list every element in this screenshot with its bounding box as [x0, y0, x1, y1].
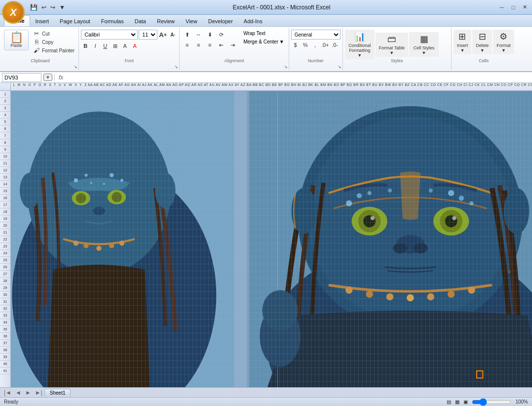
conditional-formatting-label: ConditionalFormatting — [348, 43, 371, 53]
indent-increase-btn[interactable]: ⇥ — [227, 40, 238, 50]
avatar-artwork — [11, 91, 532, 387]
align-top-btn[interactable]: ⬆ — [182, 30, 192, 40]
conditional-formatting-btn[interactable]: 📊 ConditionalFormatting ▼ — [345, 30, 375, 59]
cut-button[interactable]: ✂ Cut — [31, 30, 76, 38]
row-11: 11 — [0, 160, 10, 167]
increase-decimal-btn[interactable]: .0+ — [321, 41, 330, 49]
delete-btn[interactable]: ⊟ Delete ▼ — [472, 30, 492, 54]
tab-view[interactable]: View — [180, 15, 203, 26]
align-center-btn[interactable]: ≡ — [193, 40, 204, 50]
underline-btn[interactable]: U — [101, 41, 110, 50]
row-37: 37 — [0, 340, 10, 347]
format-painter-button[interactable]: 🖌 Format Painter — [31, 46, 76, 54]
sheet-nav-first[interactable]: |◄ — [2, 388, 13, 397]
sheet-content[interactable] — [11, 91, 532, 387]
name-box-expand[interactable]: ▼ — [43, 74, 52, 81]
minimize-btn[interactable]: ─ — [496, 3, 507, 12]
accounting-btn[interactable]: $ — [291, 41, 300, 49]
row-15: 15 — [0, 188, 10, 195]
row-9: 9 — [0, 146, 10, 153]
row-14: 14 — [0, 181, 10, 188]
row-35: 35 — [0, 326, 10, 333]
number-expand-btn[interactable]: ↘ — [338, 64, 342, 69]
name-box[interactable] — [2, 73, 41, 82]
undo-btn[interactable]: ↩ — [40, 3, 48, 12]
tab-formulas[interactable]: Formulas — [96, 15, 129, 26]
tab-data[interactable]: Data — [129, 15, 152, 26]
font-color-btn[interactable]: A — [130, 41, 139, 50]
tab-page-layout[interactable]: Page Layout — [54, 15, 96, 26]
row-40: 40 — [0, 361, 10, 367]
format-table-label: Format Table — [379, 45, 405, 50]
number-label: Number — [289, 58, 342, 63]
quick-access-expand[interactable]: ▼ — [58, 3, 67, 12]
format-table-dropdown: ▼ — [389, 50, 394, 55]
font-expand-btn[interactable]: ↘ — [174, 64, 178, 69]
sheet-nav-next[interactable]: ► — [23, 388, 33, 397]
clipboard-label: Clipboard — [2, 58, 78, 63]
status-view-normal[interactable]: ▤ — [447, 399, 451, 405]
status-view-layout[interactable]: ▦ — [455, 399, 459, 405]
wrap-text-btn[interactable]: Wrap Text — [241, 30, 287, 37]
formula-input[interactable] — [67, 73, 530, 82]
office-button[interactable]: X — [2, 1, 25, 24]
styles-label: Styles — [343, 58, 451, 63]
close-btn[interactable]: ✕ — [519, 3, 530, 12]
row-22: 22 — [0, 236, 10, 243]
delete-icon: ⊟ — [479, 31, 486, 42]
sheet-nav-prev[interactable]: ◄ — [13, 388, 23, 397]
save-quick-btn[interactable]: 💾 — [29, 3, 39, 12]
align-left-btn[interactable]: ≡ — [182, 40, 192, 50]
percent-btn[interactable]: % — [301, 41, 310, 49]
zoom-slider[interactable] — [472, 400, 511, 404]
row-34: 34 — [0, 319, 10, 326]
tab-review[interactable]: Review — [152, 15, 180, 26]
font-content: Calibri 11 A+ A- B I U ⊞ A A — [81, 29, 177, 50]
row-39: 39 — [0, 354, 10, 361]
format-btn[interactable]: ⚙ Format ▼ — [493, 30, 514, 54]
copy-button[interactable]: ⎘ Copy — [31, 38, 76, 46]
insert-btn[interactable]: ⊞ Insert ▼ — [454, 30, 472, 54]
orientation-btn[interactable]: ⟳ — [216, 30, 227, 40]
align-right-btn[interactable]: ≡ — [204, 40, 215, 50]
wrap-merge-area: Wrap Text Merge & Center ▼ — [241, 30, 287, 50]
tab-addins[interactable]: Add-Ins — [238, 15, 268, 26]
row-8: 8 — [0, 139, 10, 146]
font-row2: B I U ⊞ A A — [81, 41, 177, 50]
merge-center-btn[interactable]: Merge & Center ▼ — [241, 38, 287, 45]
maximize-btn[interactable]: □ — [508, 3, 519, 12]
copy-label: Copy — [42, 40, 53, 45]
format-table-btn[interactable]: 🗃 Format Table ▼ — [376, 33, 408, 57]
italic-btn[interactable]: I — [91, 41, 100, 50]
sheet-nav-last[interactable]: ►| — [33, 388, 44, 397]
alignment-expand-btn[interactable]: ↘ — [284, 64, 288, 69]
bold-btn[interactable]: B — [81, 41, 90, 50]
status-right: ▤ ▦ ▣ 100% — [447, 399, 528, 405]
indent-decrease-btn[interactable]: ⇤ — [216, 40, 227, 50]
number-format-select[interactable]: General — [291, 30, 341, 40]
font-size-select[interactable]: 11 — [139, 30, 157, 40]
align-bottom-btn[interactable]: ⬇ — [204, 30, 215, 40]
decrease-font-btn[interactable]: A- — [168, 30, 177, 39]
increase-font-btn[interactable]: A+ — [158, 30, 167, 39]
font-name-select[interactable]: Calibri — [81, 30, 138, 40]
clipboard-small-btns: ✂ Cut ⎘ Copy 🖌 Format Painter — [31, 30, 76, 54]
border-btn[interactable]: ⊞ — [111, 41, 119, 50]
row-6: 6 — [0, 125, 10, 132]
office-logo: X — [10, 7, 16, 18]
comma-btn[interactable]: , — [311, 41, 320, 49]
status-view-page[interactable]: ▣ — [463, 399, 468, 405]
tab-developer[interactable]: Developer — [203, 15, 238, 26]
tab-insert[interactable]: Insert — [30, 15, 55, 26]
paste-button[interactable]: 📋 Paste — [4, 30, 29, 50]
fill-color-btn[interactable]: A — [120, 41, 129, 50]
decrease-decimal-btn[interactable]: .0- — [331, 41, 340, 49]
align-middle-btn[interactable]: ↔ — [193, 30, 204, 40]
number-group: General $ % , .0+ .0- Number ↘ — [289, 28, 343, 70]
redo-btn[interactable]: ↪ — [49, 3, 57, 12]
format-label: Format — [496, 43, 511, 48]
cell-styles-btn[interactable]: ▦ Cell Styles ▼ — [409, 32, 439, 57]
clipboard-expand-btn[interactable]: ↘ — [74, 64, 77, 69]
row-16: 16 — [0, 195, 10, 202]
sheet-tab-1[interactable]: Sheet1 — [44, 389, 71, 397]
